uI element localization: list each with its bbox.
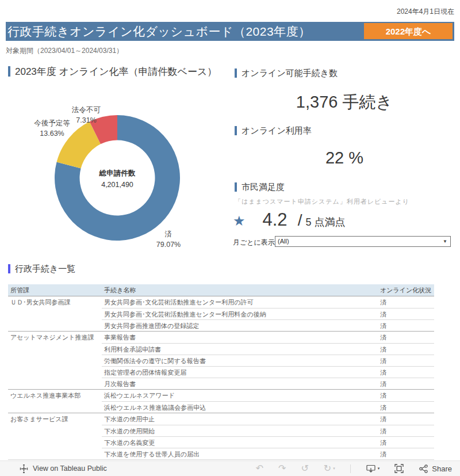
cell-name: 月次報告書 [102, 378, 378, 389]
target-period: 対象期間（2023/04/01～2024/03/31） [6, 46, 123, 56]
accent-bar [235, 126, 237, 135]
cell-dept [8, 378, 102, 389]
cell-dept [8, 308, 102, 319]
undo-icon[interactable]: ↶ [256, 464, 263, 473]
prev-year-button[interactable]: 2022年度へ [364, 23, 453, 39]
table-row[interactable]: 労働関係法令の遵守に関する報告書済 [8, 355, 434, 366]
col-name: 手続き名称 [102, 284, 378, 296]
score-slash: / [298, 211, 302, 230]
cell-dept [8, 355, 102, 366]
toolbar-divider [350, 464, 351, 473]
col-status: オンライン化状況 [378, 284, 434, 296]
cell-name: 指定管理者の団体情報変更届 [102, 366, 378, 378]
redo-icon[interactable]: ↷ [278, 464, 286, 473]
revert-icon[interactable]: ↺ [301, 464, 308, 473]
tableau-logo-icon [20, 464, 28, 473]
table-row[interactable]: 男女共同参画推進団体の登録認定済 [8, 319, 434, 331]
dashboard: 2024年4月1日現在 行政手続きオンライン化ダッシュボード（2023年度） 2… [0, 0, 460, 476]
cell-status: 済 [378, 413, 434, 425]
total-applications-label: 総申請件数 [77, 169, 158, 178]
donut-center-label: 総申請件数 4,201,490 [77, 169, 158, 189]
cell-dept [8, 425, 102, 436]
chevron-down-icon: ▾ [378, 466, 380, 471]
table-row[interactable]: ウエルネス推進事業本部浜松ウエルネスアワード済 [8, 389, 434, 401]
table-row[interactable]: ＵＤ･男女共同参画課男女共同参画･文化芸術活動推進センター利用の許可済 [8, 296, 434, 308]
cell-dept [8, 366, 102, 378]
download-icon[interactable]: ▾ [366, 464, 380, 473]
kpi-satisfaction-title: 市民満足度 [235, 182, 285, 193]
cell-status: 済 [378, 401, 434, 413]
col-dept: 所管課 [8, 284, 102, 296]
cell-name: 利用料金承認申請書 [102, 343, 378, 355]
cell-dept: ＵＤ･男女共同参画課 [8, 296, 102, 308]
month-filter-value: (All) [278, 238, 289, 245]
procedure-list-title: 行政手続き一覧 [8, 264, 75, 275]
score-scale: 5 点満点 [305, 215, 345, 229]
kpi-online-rate-title: オンライン利用率 [235, 125, 312, 136]
refresh-icon[interactable]: ↻▾ [324, 464, 335, 473]
cell-name: 男女共同参画･文化芸術活動推進センター利用料金の後納 [102, 308, 378, 319]
table-row[interactable]: 下水道の名義変更済 [8, 436, 434, 448]
score-value: 4.2 [263, 210, 288, 230]
cell-status: 済 [378, 448, 434, 459]
table-row[interactable]: 利用料金承認申請書済 [8, 343, 434, 355]
cell-status: 済 [378, 343, 434, 355]
cell-dept [8, 343, 102, 355]
cell-status: 済 [378, 355, 434, 366]
tableau-toolbar: View on Tableau Public ↶ ↷ ↺ ↻▾ ▾ [0, 460, 460, 476]
view-on-tableau-link[interactable]: View on Tableau Public [20, 461, 107, 476]
table-body: ＵＤ･男女共同参画課男女共同参画･文化芸術活動推進センター利用の許可済男女共同参… [8, 296, 434, 460]
page-title: 行政手続きオンライン化ダッシュボード（2023年度） [7, 22, 311, 41]
as-of-date: 2024年4月1日現在 [397, 7, 454, 17]
total-applications-value: 4,201,490 [77, 181, 158, 189]
cell-name: 男女共同参画･文化芸術活動推進センター利用の許可 [102, 296, 378, 308]
kpi-online-count-title: オンライン可能手続き数 [235, 68, 338, 79]
satisfaction-score: ★ 4.2 / 5 点満点 [233, 210, 345, 230]
table-row[interactable]: 浜松ウエルネス推進協議会参画申込済 [8, 401, 434, 413]
cell-status: 済 [378, 332, 434, 343]
star-icon: ★ [233, 213, 246, 229]
table-row[interactable]: 月次報告書済 [8, 378, 434, 389]
month-filter-label: 月ごとに表示 [233, 238, 275, 247]
share-label: Share [432, 464, 452, 473]
cell-dept: ウエルネス推進事業本部 [8, 390, 102, 401]
cell-dept [8, 436, 102, 448]
cell-name: 労働関係法令の遵守に関する報告書 [102, 355, 378, 366]
table-row[interactable]: お客さまサービス課下水道の使用中止済 [8, 413, 434, 425]
donut-label-kongo: 今後予定等 13.63% [28, 118, 76, 139]
cell-name: 下水道の使用開始 [102, 425, 378, 436]
chevron-down-icon: ▼ [443, 239, 447, 244]
cell-dept [8, 401, 102, 413]
donut-label-sumi: 済 79.07% [145, 229, 191, 250]
cell-status: 済 [378, 319, 434, 331]
table-row[interactable]: 下水道の使用開始済 [8, 425, 434, 436]
cell-name: 浜松ウエルネスアワード [102, 390, 378, 401]
cell-status: 済 [378, 296, 434, 308]
accent-bar [8, 66, 10, 77]
accent-bar [8, 264, 10, 273]
cell-status: 済 [378, 425, 434, 436]
table-row[interactable]: 指定管理者の団体情報変更届済 [8, 366, 434, 378]
month-filter-dropdown[interactable]: (All) ▼ [275, 236, 451, 247]
cell-status: 済 [378, 378, 434, 389]
cell-name: 事業報告書 [102, 332, 378, 343]
donut-section-title: 2023年度 オンライン化率（申請件数ベース） [8, 64, 224, 79]
procedure-table: 所管課 手続き名称 オンライン化状況 ＵＤ･男女共同参画課男女共同参画･文化芸術… [8, 284, 434, 460]
table-row[interactable]: 下水道を使用する世帯人員の届出済 [8, 448, 434, 459]
cell-dept: お客さまサービス課 [8, 413, 102, 425]
share-icon [419, 464, 428, 473]
cell-name: 下水道の名義変更 [102, 436, 378, 448]
cell-dept: アセットマネジメント推進課 [8, 332, 102, 343]
accent-bar [235, 68, 237, 78]
table-row[interactable]: 男女共同参画･文化芸術活動推進センター利用料金の後納済 [8, 308, 434, 319]
table-row[interactable]: アセットマネジメント推進課事業報告書済 [8, 331, 434, 343]
cell-status: 済 [378, 390, 434, 401]
fullscreen-icon[interactable] [394, 464, 404, 473]
view-on-tableau-label: View on Tableau Public [33, 464, 107, 473]
chevron-down-icon: ▾ [333, 466, 335, 471]
cell-name: 下水道を使用する世帯人員の届出 [102, 448, 378, 459]
cell-dept [8, 448, 102, 459]
toolbar-actions: ↶ ↷ ↺ ↻▾ ▾ [256, 461, 452, 476]
cell-name: 下水道の使用中止 [102, 413, 378, 425]
share-button[interactable]: Share [419, 464, 452, 473]
